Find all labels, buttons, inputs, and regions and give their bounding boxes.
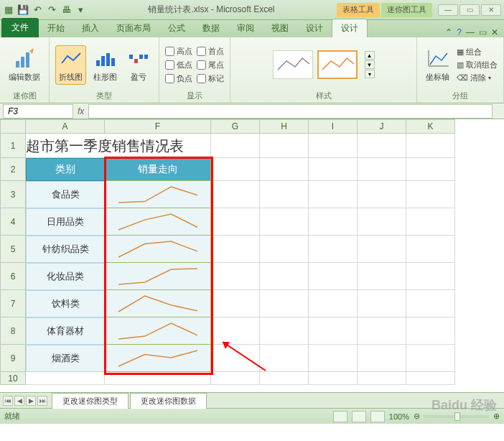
style-preview-2[interactable]	[317, 50, 358, 79]
col-header-F[interactable]: F	[105, 119, 211, 134]
redo-icon[interactable]: ↷	[46, 4, 57, 16]
ungroup-icon: ▥	[457, 60, 464, 70]
category-cell[interactable]: 日用品类	[26, 208, 105, 236]
help-icon[interactable]: ?	[457, 27, 462, 37]
formula-bar: F3 fx	[0, 103, 504, 119]
save-icon[interactable]: 💾	[17, 4, 29, 16]
zoom-level[interactable]: 100%	[389, 412, 409, 421]
close-button[interactable]: ✕	[481, 4, 501, 16]
tab-formula[interactable]: 公式	[159, 19, 194, 37]
ungroup-button[interactable]: ▥取消组合	[457, 60, 498, 70]
qat-more-icon[interactable]: ▾	[75, 4, 86, 16]
worksheet[interactable]: AFGHIJK 12345678910 超市第一季度销售情况表（元）类别销量走向…	[0, 119, 504, 392]
row-header-9[interactable]: 9	[0, 345, 26, 372]
zoom-slider[interactable]	[424, 415, 489, 418]
zoom-in-button[interactable]: ⊕	[493, 412, 500, 421]
row-header-4[interactable]: 4	[0, 208, 26, 236]
minimize-ribbon-icon[interactable]: ⌃	[445, 27, 452, 37]
col-header-A[interactable]: A	[26, 119, 105, 134]
style-preview-1[interactable]	[273, 50, 313, 79]
category-cell[interactable]: 化妆品类	[26, 263, 105, 290]
group-button[interactable]: ▦组合	[457, 47, 498, 57]
sparkline-tools-tab-label: 迷你图工具	[381, 3, 432, 17]
column-sparkline-button[interactable]: 柱形图	[90, 46, 120, 84]
select-all-corner[interactable]	[0, 119, 26, 134]
ribbon-group-group: 坐标轴 ▦组合 ▥取消组合 ⌫清除▾ 分组	[417, 37, 504, 103]
workbook-close-icon[interactable]: ✕	[491, 27, 498, 37]
tab-nav-first[interactable]: ⏮	[3, 396, 13, 406]
tab-nav-last[interactable]: ⏭	[37, 396, 47, 406]
workbook-restore-icon[interactable]: ▭	[479, 27, 487, 37]
check-mark[interactable]: 标记	[197, 73, 224, 84]
check-low[interactable]: 低点	[165, 60, 192, 70]
formula-input[interactable]	[88, 104, 493, 119]
undo-icon[interactable]: ↶	[32, 4, 43, 16]
tab-review[interactable]: 审阅	[228, 19, 263, 37]
fx-label[interactable]: fx	[73, 106, 88, 116]
row-header-6[interactable]: 6	[0, 263, 26, 290]
col-header-G[interactable]: G	[211, 119, 260, 134]
zoom-out-button[interactable]: ⊖	[414, 412, 420, 421]
sparkline-cell[interactable]	[105, 181, 211, 208]
tab-table-design[interactable]: 设计	[297, 19, 332, 37]
row-header-8[interactable]: 8	[0, 317, 26, 345]
col-header-H[interactable]: H	[260, 119, 309, 134]
header-category[interactable]: 类别	[26, 158, 105, 181]
category-cell[interactable]: 烟酒类	[26, 345, 105, 372]
sparkline-cell[interactable]	[105, 290, 211, 317]
edit-data-button[interactable]: 编辑数据	[6, 46, 43, 84]
check-first[interactable]: 首点	[197, 46, 224, 57]
print-icon[interactable]: 🖶	[60, 4, 72, 16]
sheet-title-cell[interactable]: 超市第一季度销售情况表（元）	[26, 134, 211, 158]
tab-nav-prev[interactable]: ◀	[14, 396, 24, 406]
row-header-1[interactable]: 1	[0, 134, 26, 158]
col-header-J[interactable]: J	[358, 119, 406, 134]
sparkline-cell[interactable]	[105, 345, 211, 372]
row-header-5[interactable]: 5	[0, 236, 26, 263]
workbook-min-icon[interactable]: —	[466, 27, 475, 37]
tab-sparkline-design[interactable]: 设计	[332, 19, 368, 37]
check-high[interactable]: 高点	[165, 46, 192, 57]
category-cell[interactable]: 体育器材	[26, 317, 105, 345]
maximize-button[interactable]: ▭	[459, 4, 480, 16]
tab-file[interactable]: 文件	[1, 18, 39, 37]
category-cell[interactable]: 针纺织品类	[26, 236, 105, 263]
name-box[interactable]: F3	[3, 104, 73, 119]
tab-layout[interactable]: 页面布局	[108, 19, 159, 37]
view-normal-button[interactable]	[333, 411, 347, 422]
style-scroll-down[interactable]: ▼	[365, 60, 375, 69]
tab-home[interactable]: 开始	[39, 19, 73, 37]
sparkline-cell[interactable]	[105, 208, 211, 236]
tab-data[interactable]: 数据	[194, 19, 228, 37]
sheet-tab-2[interactable]: 更改迷你图数据	[130, 393, 207, 409]
check-neg[interactable]: 负点	[165, 73, 192, 84]
col-header-I[interactable]: I	[309, 119, 358, 134]
tab-nav-next[interactable]: ▶	[26, 396, 36, 406]
minimize-button[interactable]: —	[438, 4, 458, 16]
sparkline-cell[interactable]	[105, 236, 211, 263]
sparkline-cell[interactable]	[105, 317, 211, 345]
row-header-10[interactable]: 10	[0, 372, 26, 385]
view-pagebreak-button[interactable]	[370, 411, 385, 422]
tab-insert[interactable]: 插入	[73, 19, 108, 37]
row-header-3[interactable]: 3	[0, 181, 26, 208]
category-cell[interactable]: 食品类	[26, 181, 105, 208]
sheet-tab-1[interactable]: 更改迷你图类型	[52, 393, 129, 409]
category-cell[interactable]: 饮料类	[26, 290, 105, 317]
clear-button[interactable]: ⌫清除▾	[457, 73, 498, 83]
check-last[interactable]: 尾点	[197, 60, 224, 70]
group-label-group: 分组	[452, 89, 468, 101]
line-sparkline-button[interactable]: 折线图	[55, 45, 86, 85]
sparkline-cell[interactable]	[105, 263, 211, 290]
style-scroll-up[interactable]: ▲	[365, 51, 375, 60]
header-trend[interactable]: 销量走向	[105, 158, 211, 181]
axis-button[interactable]: 坐标轴	[423, 46, 452, 84]
ribbon: 编辑数据 迷你图 折线图 柱形图 盈亏 类型 高点 低点	[0, 37, 504, 103]
tab-view[interactable]: 视图	[263, 19, 297, 37]
row-header-2[interactable]: 2	[0, 158, 26, 181]
col-header-K[interactable]: K	[406, 119, 455, 134]
style-gallery-more[interactable]: ▾	[365, 70, 375, 78]
view-layout-button[interactable]	[352, 411, 366, 422]
winloss-sparkline-button[interactable]: 盈亏	[124, 46, 153, 84]
row-header-7[interactable]: 7	[0, 290, 26, 317]
